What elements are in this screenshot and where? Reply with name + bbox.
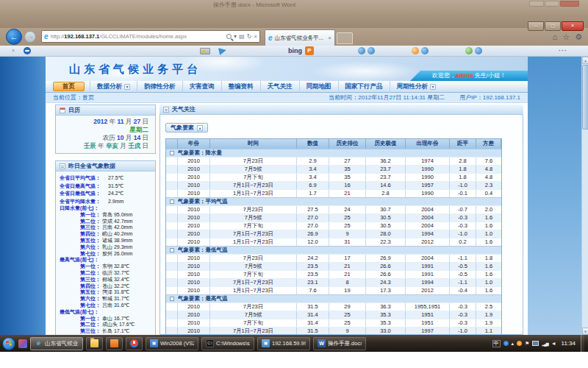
group-name: 气象要素：最低气温: [178, 247, 501, 254]
table-row[interactable]: 20101月1日~7月23日12.03122.320120.21.6: [166, 238, 501, 246]
search-icon[interactable]: [226, 34, 232, 39]
hidden-icons-arrow-icon[interactable]: ▴: [512, 340, 514, 347]
browser-toolbar: × bing P ···: [0, 46, 588, 57]
start-button[interactable]: [2, 337, 15, 350]
table-row[interactable]: 20107月5候27.02530.52004-0.31.6: [166, 213, 501, 222]
table-row[interactable]: 20107月下旬23.52126.61991-0.51.6: [166, 270, 501, 278]
table-row[interactable]: 20107月下旬27.02530.52004-0.31.6: [166, 222, 501, 230]
refresh-icon[interactable]: ↻: [247, 31, 252, 42]
card-reader-icon[interactable]: [200, 48, 210, 54]
more-icon[interactable]: ···: [559, 47, 567, 54]
security-icon[interactable]: [517, 341, 522, 346]
nav-item-0[interactable]: 首页: [53, 82, 85, 91]
row-cell: [166, 238, 178, 246]
browser-tab[interactable]: e 山东省气候业务平... ×: [265, 29, 335, 46]
table-row[interactable]: 20107月1日~7月23日6.91614.61957-1.02.3: [166, 181, 501, 189]
taskbar-button-6[interactable]: ▣192.168.59.99...: [257, 337, 310, 350]
volume-icon[interactable]: ◄: [551, 340, 556, 347]
table-row[interactable]: 20107月23日2.92736.219742.87.6: [166, 157, 501, 165]
table-row[interactable]: 20107月23日31.52936.31955,1951-0.32.5: [166, 302, 501, 311]
taskbar-button-3[interactable]: [126, 337, 143, 350]
rank-row: 第二位：荣成 42.7mm: [60, 219, 153, 225]
nav-item-7[interactable]: 国家下行产品: [338, 81, 390, 93]
group-checkbox[interactable]: [170, 297, 174, 301]
taskbar-button-2[interactable]: [106, 337, 123, 350]
taskbar-button-5[interactable]: C:\C:\Windows\s...: [201, 337, 254, 350]
nav-item-6[interactable]: 同期地图: [299, 81, 338, 93]
plugin-icon[interactable]: [465, 47, 482, 54]
compatibility-view-icon[interactable]: ▤: [239, 31, 245, 42]
group-checkbox[interactable]: [170, 199, 174, 204]
table-row[interactable]: 20107月23日27.52430.72004-0.72.0: [166, 205, 501, 213]
tab-close-icon[interactable]: ×: [328, 35, 331, 41]
share-icon[interactable]: [412, 47, 429, 54]
row-cell: 31.4: [297, 319, 329, 327]
messenger-icon[interactable]: [358, 47, 375, 54]
search-box[interactable]: bing P: [288, 46, 314, 55]
forward-button[interactable]: →: [24, 31, 36, 43]
row-cell: 2010: [178, 255, 210, 262]
new-tab-button[interactable]: [337, 32, 353, 44]
settings-gear-icon[interactable]: ⚙: [575, 31, 582, 43]
minimize-button[interactable]: —: [528, 21, 544, 31]
weather-table: 年份时间数值历史排位历史极值出现年份距平方差气象要素：降水量20107月23日2…: [165, 138, 502, 335]
nav-item-8[interactable]: 周期性分析▾: [390, 81, 443, 93]
table-row[interactable]: 20101月1日~7月23日7.61917.32012-0.41.6: [166, 286, 501, 294]
nav-item-1[interactable]: 数据分析▾: [90, 81, 137, 93]
scroll-up-icon[interactable]: ▲: [582, 57, 588, 64]
table-row[interactable]: 20107月下旬3.43523.719901.84.8: [166, 173, 501, 181]
group-row-2[interactable]: 气象要素：最低气温: [166, 246, 501, 254]
table-row[interactable]: 20107月1日~7月23日31.5933.01997-1.01.1: [166, 327, 501, 335]
group-row-1[interactable]: 气象要素：平均气温: [166, 197, 501, 205]
table-row[interactable]: 20107月1日~7月23日23.1824.31994-1.11.0: [166, 278, 501, 286]
ime-indicator[interactable]: 中: [492, 340, 501, 347]
scrollbar-thumb[interactable]: [582, 65, 588, 130]
page-scrollbar[interactable]: ▲ ▼: [581, 57, 588, 335]
table-row[interactable]: 20101月1日~7月23日1.7212.81990-0.10.4: [166, 189, 501, 197]
display-icon[interactable]: [532, 341, 539, 346]
table-row[interactable]: 20107月1日~7月23日26.9928.01994-1.01.0: [166, 230, 501, 238]
taskbar-clock[interactable]: 11:34: [562, 340, 576, 347]
close-button[interactable]: ✕: [562, 21, 584, 31]
update-icon[interactable]: [503, 341, 509, 346]
group-row-0[interactable]: 气象要素：降水量: [166, 149, 501, 157]
search-dropdown-icon[interactable]: ▾: [234, 31, 237, 42]
search-go-button[interactable]: P: [305, 46, 314, 55]
address-bar[interactable]: e http://192.168.137.1/GLCCLIMATE/module…: [41, 30, 260, 43]
table-row[interactable]: 20107月下旬31.42535.31951-0.31.9: [166, 319, 501, 327]
group-checkbox[interactable]: [170, 151, 174, 155]
app-launcher-icon[interactable]: [18, 339, 27, 348]
table-row[interactable]: 20107月5候3.43523.719901.84.8: [166, 165, 501, 173]
action-center-flag-icon[interactable]: ⚑: [525, 340, 529, 347]
calendar-panel-title: 日历: [68, 106, 80, 114]
favorites-star-icon[interactable]: ☆: [562, 31, 570, 43]
taskbar-button-7[interactable]: W操作手册.docx -...: [313, 337, 366, 350]
show-desktop-button[interactable]: [581, 335, 584, 352]
taskbar-button-0[interactable]: e山东省气候业...: [30, 337, 83, 350]
table-row[interactable]: 20107月23日24.21726.92004-1.11.8: [166, 254, 501, 262]
nav-item-3[interactable]: 灾害查询: [182, 81, 221, 93]
stop-icon[interactable]: ×: [254, 31, 257, 42]
scroll-down-icon[interactable]: ▼: [582, 328, 588, 335]
toolbar-close-icon[interactable]: ×: [12, 48, 15, 53]
taskbar-button-1[interactable]: [86, 337, 103, 350]
network-icon[interactable]: ▂▄▆: [542, 342, 548, 346]
nav-item-5[interactable]: 天气关注: [260, 81, 299, 93]
send-icon[interactable]: [218, 46, 227, 55]
table-row[interactable]: 20107月5候23.52126.61991-0.51.6: [166, 262, 501, 270]
addon-circle-icon[interactable]: [24, 47, 31, 54]
row-cell: 8: [329, 279, 366, 286]
element-filter-button[interactable]: 气象要素 ▴: [165, 123, 208, 132]
back-button[interactable]: ←: [6, 29, 22, 45]
nav-item-2[interactable]: 韵律性分析: [137, 81, 182, 93]
group-checkbox[interactable]: [170, 248, 174, 252]
row-cell: 7月下旬: [210, 222, 297, 230]
maximize-button[interactable]: ▢: [545, 21, 561, 31]
row-cell: 35.3: [366, 311, 406, 319]
home-icon[interactable]: ⌂: [553, 31, 558, 43]
stat-label: 全省平均降水量：: [60, 198, 108, 206]
nav-item-4[interactable]: 整编资料: [221, 81, 260, 93]
group-row-3[interactable]: 气象要素：最高气温: [166, 294, 501, 302]
table-row[interactable]: 20107月5候31.42535.31951-0.31.9: [166, 311, 501, 319]
taskbar-button-4[interactable]: ▣Win2008 (VS2...: [146, 337, 198, 350]
